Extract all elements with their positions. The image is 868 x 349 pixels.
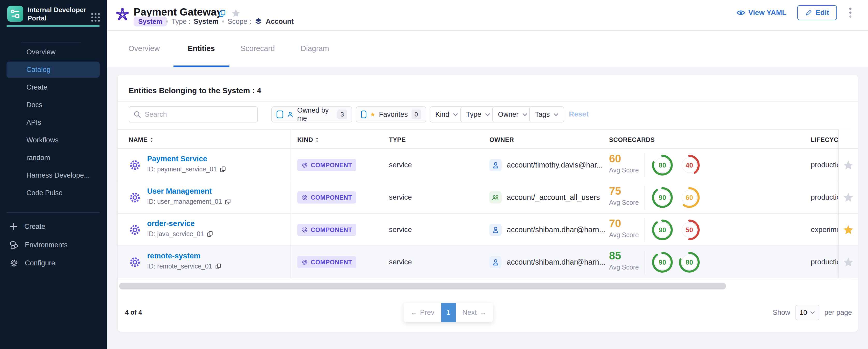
table-row[interactable]: User Management ID: user_management_01 C… <box>118 181 858 214</box>
sidebar-item-code-pulse[interactable]: Code Pulse <box>26 189 63 197</box>
owned-by-me-filter[interactable]: Owned by me 3 <box>271 106 352 123</box>
apps-grid-icon[interactable] <box>90 12 101 23</box>
table-row[interactable]: remote-system ID: remote_service_01 COMP… <box>118 246 858 278</box>
kind-filter-label: Kind <box>435 110 449 119</box>
entity-id: ID: java_service_01 <box>147 230 213 238</box>
favorites-checkbox[interactable] <box>361 110 366 118</box>
entity-name-link[interactable]: remote-system <box>147 252 200 260</box>
kind-filter-dropdown[interactable]: Kind <box>430 106 464 123</box>
column-header-name[interactable]: NAME <box>129 136 154 144</box>
scorecard-gauge[interactable]: 90 <box>651 219 674 241</box>
score-divider <box>645 153 645 177</box>
sidebar-item-overview[interactable]: Overview <box>26 47 56 57</box>
environments-hexagons-icon <box>9 240 19 250</box>
page-header: Payment Gateway System • Type : System •… <box>107 0 868 31</box>
entity-owner: account/_account_all_users <box>507 193 600 202</box>
sidebar-item-apis[interactable]: APIs <box>26 118 41 127</box>
user-icon <box>489 159 502 171</box>
star-icon <box>843 193 853 202</box>
entity-lifecycle: production <box>811 161 838 169</box>
page-size-select[interactable]: 10 <box>796 305 819 320</box>
scorecard-gauge[interactable]: 90 <box>651 251 674 274</box>
sidebar-item-configure[interactable]: Configure <box>9 258 55 268</box>
meta-separator-dot: • <box>166 17 168 26</box>
sidebar-item-workflows[interactable]: Workflows <box>26 136 59 145</box>
sidebar-divider-bottom <box>6 212 100 213</box>
copy-icon[interactable] <box>215 263 222 270</box>
sidebar-divider-top <box>21 42 81 42</box>
sidebar-item-environments[interactable]: Environments <box>9 240 68 250</box>
harness-logo[interactable] <box>7 6 23 22</box>
page-title: Payment Gateway <box>134 6 222 18</box>
scorecard-gauge[interactable]: 50 <box>678 219 701 241</box>
sidebar-item-docs[interactable]: Docs <box>26 100 42 109</box>
copy-title-icon[interactable] <box>218 9 226 18</box>
entity-name-link[interactable]: User Management <box>147 187 212 195</box>
row-favorite-star[interactable] <box>839 149 858 181</box>
entity-id: ID: remote_service_01 <box>147 262 222 270</box>
favorites-column-header <box>839 129 858 149</box>
copy-icon[interactable] <box>220 166 226 173</box>
sidebar-item-random[interactable]: random <box>26 153 50 162</box>
reset-filters-button[interactable]: Reset <box>569 110 589 118</box>
row-favorite-star[interactable] <box>839 247 858 278</box>
sidebar-create-button[interactable]: Create <box>9 222 45 231</box>
view-yaml-button[interactable]: View YAML <box>737 8 786 17</box>
component-gear-icon <box>302 259 308 266</box>
owned-by-me-label: Owned by me <box>297 106 334 123</box>
next-label: Next <box>463 309 477 317</box>
component-gear-icon <box>302 194 308 201</box>
table-row[interactable]: order-service ID: java_service_01 COMPON… <box>118 214 858 246</box>
type-filter-dropdown[interactable]: Type <box>460 106 496 123</box>
gauge-value: 90 <box>651 219 674 241</box>
scorecard-gauge[interactable]: 40 <box>678 154 701 176</box>
horizontal-scrollbar[interactable] <box>119 283 726 289</box>
column-header-owner: OWNER <box>489 136 514 144</box>
favorites-filter[interactable]: Favorites 0 <box>356 106 426 123</box>
brand-title: Internal Developer Portal <box>27 6 88 22</box>
entity-owner: account/shibam.dhar@harn... <box>507 225 606 234</box>
tab-overview[interactable]: Overview <box>128 44 160 53</box>
tab-entities[interactable]: Entities <box>188 44 215 53</box>
type-value: System <box>194 18 219 26</box>
next-page-button[interactable]: Next → <box>456 303 493 322</box>
tags-filter-dropdown[interactable]: Tags <box>529 106 564 123</box>
row-favorite-star[interactable] <box>839 182 858 214</box>
owned-by-me-checkbox[interactable] <box>277 110 283 118</box>
tab-scorecard[interactable]: Scorecard <box>241 44 275 53</box>
chevron-down-icon <box>810 311 815 314</box>
tab-diagram[interactable]: Diagram <box>301 44 329 53</box>
favorite-entity-star-icon[interactable] <box>231 8 241 18</box>
score-divider <box>645 186 645 210</box>
search-icon <box>133 110 141 118</box>
table-row[interactable]: Payment Service ID: payment_service_01 C… <box>118 149 858 181</box>
edit-label: Edit <box>815 8 829 17</box>
chevron-down-icon <box>553 113 559 116</box>
panel-divider <box>118 101 858 101</box>
prev-page-button[interactable]: ← Prev <box>404 303 441 322</box>
entity-name-link[interactable]: order-service <box>147 219 195 228</box>
entity-name-link[interactable]: Payment Service <box>147 155 207 163</box>
search-input[interactable] <box>145 110 248 119</box>
entity-search[interactable] <box>129 106 258 123</box>
copy-icon[interactable] <box>224 198 231 205</box>
more-options-kebab-icon[interactable] <box>848 6 853 20</box>
sort-icon <box>315 137 319 142</box>
sidebar-item-create[interactable]: Create <box>26 83 48 92</box>
scorecard-gauge[interactable]: 80 <box>678 251 701 274</box>
entity-kind-badge: System <box>134 17 167 26</box>
gauge-value: 80 <box>678 251 701 274</box>
scorecard-gauge[interactable]: 60 <box>678 186 701 209</box>
entity-owner: account/shibam.dhar@harn... <box>507 258 606 266</box>
copy-icon[interactable] <box>207 231 213 237</box>
edit-button[interactable]: Edit <box>797 5 837 20</box>
owner-filter-dropdown[interactable]: Owner <box>492 106 533 123</box>
sidebar-item-catalog[interactable]: Catalog <box>6 62 100 78</box>
sidebar-item-harness-developer[interactable]: Harness Develope... <box>26 171 90 180</box>
page-number-button[interactable]: 1 <box>441 303 456 322</box>
row-favorite-star[interactable] <box>839 214 858 246</box>
scorecard-gauge[interactable]: 80 <box>651 154 674 176</box>
scorecard-gauge[interactable]: 90 <box>651 186 674 209</box>
avg-score-value: 70 <box>609 217 621 230</box>
column-header-kind[interactable]: KIND <box>297 136 319 144</box>
